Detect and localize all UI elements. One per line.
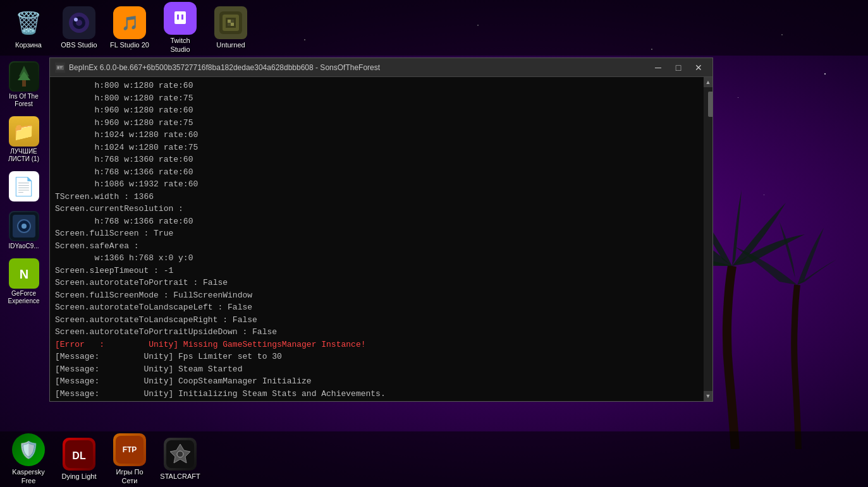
kaspersky-icon: 🛡️	[12, 433, 45, 466]
taskbar-top: 🗑️ Корзина OBS Studio 🎵 FL Stud	[0, 0, 868, 56]
sidebar-icons: Ins Of The Forest 📁 ЛУЧШИЕ ЛИСТИ (1) 📄	[0, 56, 47, 431]
obs-icon	[63, 6, 95, 39]
console-title-icon	[55, 63, 65, 73]
console-line: Screen.fullScreenMode : FullScreenWindow	[55, 289, 699, 302]
taskbar-unturned[interactable]: Unturned	[205, 3, 256, 52]
svg-rect-29	[58, 66, 59, 69]
dying-light-label: Dying Light	[61, 472, 96, 481]
ftp-icon: FTP	[113, 433, 146, 466]
svg-text:FTP: FTP	[123, 445, 137, 454]
console-window: BepInEx 6.0.0-be.667+6b500b35727716f8ba1…	[49, 57, 713, 402]
svg-rect-14	[231, 20, 234, 23]
scrollbar-thumb[interactable]	[708, 92, 712, 117]
console-line: [Message: Unity] Steam Started	[55, 363, 699, 376]
console-line: Screen.sleepTimeout : -1	[55, 265, 699, 277]
console-line: Screen.autorotateToLandscapeLeft : False	[55, 301, 699, 314]
console-titlebar: BepInEx 6.0.0-be.667+6b500b35727716f8ba1…	[50, 58, 712, 77]
fl-label: FL Studio 20	[110, 41, 149, 49]
console-line: h:1086 w:1932 rate:60	[55, 178, 699, 191]
twitch-label: Twitch Studio	[160, 37, 200, 53]
nvidia-label: GeForce Experience	[4, 290, 44, 305]
fl-studio-icon: 🎵	[113, 6, 146, 39]
console-title-text: BepInEx 6.0.0-be.667+6b500b35727716f8ba1…	[69, 63, 649, 72]
taskbar-recycle[interactable]: 🗑️ Корзина	[3, 3, 54, 52]
svg-point-24	[21, 224, 27, 229]
sidebar-game2[interactable]: IDYaoC9...	[1, 208, 47, 253]
svg-point-3	[74, 18, 78, 21]
svg-rect-31	[59, 68, 62, 68]
taskbar-stalcraft[interactable]: STALCRAFT	[155, 435, 205, 484]
sidebar-nvidia[interactable]: N GeForce Experience	[1, 256, 47, 308]
unturned-label: Unturned	[216, 41, 245, 49]
console-line: Screen.fullScreen : True	[55, 227, 699, 240]
recycle-label: Корзина	[15, 41, 42, 49]
minimize-button[interactable]: ─	[649, 61, 667, 75]
svg-rect-13	[228, 20, 231, 23]
sidebar-doc[interactable]: 📄	[1, 169, 47, 205]
sidebar-sons-forest[interactable]: Ins Of The Forest	[1, 59, 47, 111]
console-line: Screen.autorotateToPortraitUpsideDown : …	[55, 326, 699, 339]
scrollbar-up-button[interactable]: ▲	[704, 77, 712, 87]
sidebar-folder[interactable]: 📁 ЛУЧШИЕ ЛИСТИ (1)	[1, 114, 47, 165]
taskbar-obs[interactable]: OBS Studio	[54, 3, 104, 52]
game2-label: IDYaoC9...	[8, 243, 39, 250]
svg-rect-8	[177, 15, 179, 20]
console-line: h:960 w:1280 rate:60	[55, 104, 699, 117]
console-line: w:1366 h:768 x:0 y:0	[55, 252, 699, 265]
taskbar-bottom: 🛡️ Kaspersky Free DL Dying Light FTP Игр…	[0, 431, 868, 487]
console-line: TScreen.width : 1366	[55, 191, 699, 203]
taskbar-ftp[interactable]: FTP Игры ПоСети	[104, 430, 155, 487]
taskbar-dying-light[interactable]: DL Dying Light	[54, 435, 104, 484]
console-line: h:800 w:1280 rate:60	[55, 80, 699, 92]
taskbar-fl-studio[interactable]: 🎵 FL Studio 20	[104, 3, 155, 52]
kaspersky-label: Kaspersky Free	[8, 468, 49, 484]
svg-rect-20	[22, 80, 26, 87]
close-button[interactable]: ✕	[690, 61, 707, 75]
sons-forest-icon	[9, 61, 39, 92]
nvidia-icon: N	[9, 258, 39, 289]
console-line: h:960 w:1280 rate:75	[55, 117, 699, 129]
console-line: Screen.autorotateToPortrait : False	[55, 277, 699, 289]
console-line: [Message: Unity] CoopSteamManager Initia…	[55, 375, 699, 388]
recycle-icon: 🗑️	[12, 6, 45, 39]
maximize-button[interactable]: □	[669, 61, 687, 75]
unturned-icon	[214, 6, 247, 39]
folder-icon: 📁	[9, 116, 39, 147]
console-line: [Error : Unity] Missing GameSettingsMana…	[55, 339, 699, 351]
sons-forest-label: Ins Of The Forest	[4, 93, 44, 108]
console-line: h:768 w:1366 rate:60	[55, 215, 699, 228]
console-line: h:768 w:1366 rate:60	[55, 166, 699, 179]
doc-icon: 📄	[9, 171, 39, 201]
scrollbar-down-button[interactable]: ▼	[704, 391, 712, 401]
window-controls: ─ □ ✕	[649, 61, 707, 75]
console-line: h:1024 w:1280 rate:60	[55, 129, 699, 141]
console-line: h:768 w:1360 rate:60	[55, 153, 699, 166]
console-line: [Message: Unity] Initializing Steam Stat…	[55, 388, 699, 400]
svg-rect-7	[174, 11, 186, 24]
svg-point-38	[177, 451, 183, 457]
console-content[interactable]: h:800 w:1280 rate:60 h:800 w:1280 rate:7…	[50, 77, 704, 401]
svg-text:🎵: 🎵	[121, 15, 139, 32]
svg-rect-9	[181, 15, 183, 20]
desktop: 🗑️ Корзина OBS Studio 🎵 FL Stud	[0, 0, 868, 487]
console-line: h:800 w:1280 rate:75	[55, 92, 699, 105]
console-line: Screen.autorotateToLandscapeRight : Fals…	[55, 314, 699, 327]
taskbar-kaspersky[interactable]: 🛡️ Kaspersky Free	[3, 430, 54, 487]
console-body: h:800 w:1280 rate:60 h:800 w:1280 rate:7…	[50, 77, 712, 401]
console-line: Screen.currentResolution :	[55, 203, 699, 215]
dying-light-icon: DL	[63, 438, 95, 471]
twitch-icon	[164, 2, 197, 35]
svg-rect-30	[59, 66, 63, 67]
svg-text:DL: DL	[72, 450, 86, 461]
stalcraft-label: STALCRAFT	[160, 472, 200, 481]
taskbar-twitch[interactable]: Twitch Studio	[155, 0, 205, 57]
svg-text:N: N	[19, 267, 28, 281]
game2-icon	[9, 211, 39, 241]
folder-label: ЛУЧШИЕ ЛИСТИ (1)	[4, 148, 44, 163]
console-scrollbar[interactable]: ▲ ▼	[704, 77, 712, 401]
svg-rect-16	[231, 23, 234, 26]
console-line: [Error : Unity] Missing GameSettingsMana…	[55, 400, 699, 401]
ftp-label: Игры ПоСети	[116, 468, 143, 484]
console-line: h:1024 w:1280 rate:75	[55, 141, 699, 154]
svg-rect-15	[228, 23, 231, 26]
